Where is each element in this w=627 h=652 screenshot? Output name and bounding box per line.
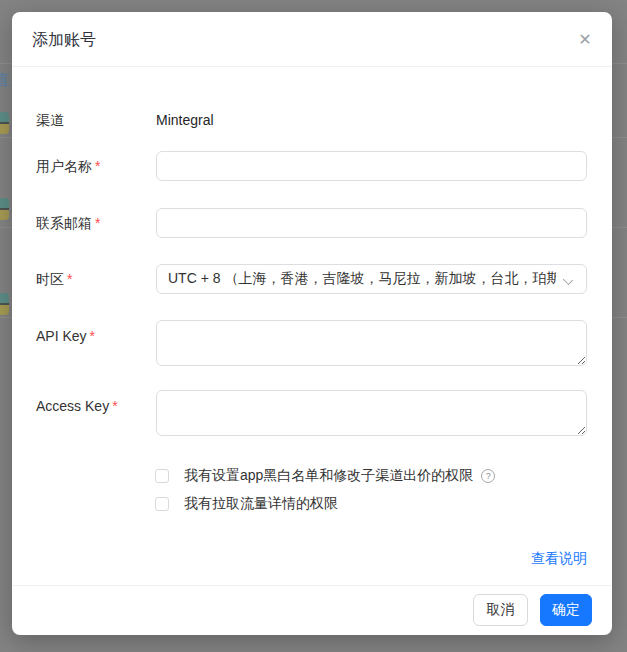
username-input[interactable] (156, 151, 587, 181)
modal-footer: 取消 确定 (12, 585, 612, 635)
required-asterisk: * (90, 328, 95, 344)
view-instructions-link[interactable]: 查看说明 (531, 550, 587, 568)
add-account-modal: 添加账号 ✕ 渠道 Mintegral 用户名称* 联系邮箱* 时区* UTC … (12, 12, 612, 635)
api-key-textarea[interactable] (156, 320, 587, 366)
timezone-label: 时区* (36, 269, 72, 289)
bg-app-icon (0, 112, 9, 134)
email-label: 联系邮箱* (36, 213, 100, 233)
bg-app-icon (0, 198, 9, 220)
channel-value: Mintegral (156, 110, 214, 130)
required-asterisk: * (95, 215, 100, 231)
close-icon: ✕ (578, 32, 591, 48)
modal-title: 添加账号 (32, 12, 96, 67)
api-key-label: API Key* (36, 326, 95, 346)
permission-traffic-checkbox-label: 我有拉取流量详情的权限 (184, 495, 338, 513)
access-key-label: Access Key* (36, 396, 118, 416)
required-asterisk: * (95, 158, 100, 174)
help-question-icon[interactable]: ? (481, 469, 495, 483)
checkbox-unchecked[interactable] (155, 497, 169, 511)
checkbox-unchecked[interactable] (155, 469, 169, 483)
bg-partial-column-text: 直 (0, 71, 10, 90)
permission-traffic-checkbox-row[interactable]: 我有拉取流量详情的权限 (155, 494, 338, 514)
access-key-textarea[interactable] (156, 390, 587, 436)
required-asterisk: * (67, 271, 72, 287)
bg-app-icon (0, 293, 9, 315)
username-label: 用户名称* (36, 156, 100, 176)
timezone-select[interactable]: UTC + 8 （上海，香港，吉隆坡，马尼拉，新加坡，台北，珀斯） (156, 264, 587, 294)
email-input[interactable] (156, 208, 587, 238)
modal-header: 添加账号 ✕ (12, 12, 612, 67)
required-asterisk: * (112, 398, 117, 414)
chevron-down-icon (563, 275, 573, 285)
channel-label: 渠道 (36, 110, 64, 130)
permission-bid-checkbox-label: 我有设置app黑白名单和修改子渠道出价的权限 (184, 467, 473, 485)
confirm-button[interactable]: 确定 (540, 594, 592, 626)
cancel-button[interactable]: 取消 (473, 594, 528, 626)
timezone-selected-value: UTC + 8 （上海，香港，吉隆坡，马尼拉，新加坡，台北，珀斯） (168, 270, 556, 288)
permission-bid-checkbox-row[interactable]: 我有设置app黑白名单和修改子渠道出价的权限 ? (155, 466, 495, 486)
close-button[interactable]: ✕ (567, 22, 603, 58)
